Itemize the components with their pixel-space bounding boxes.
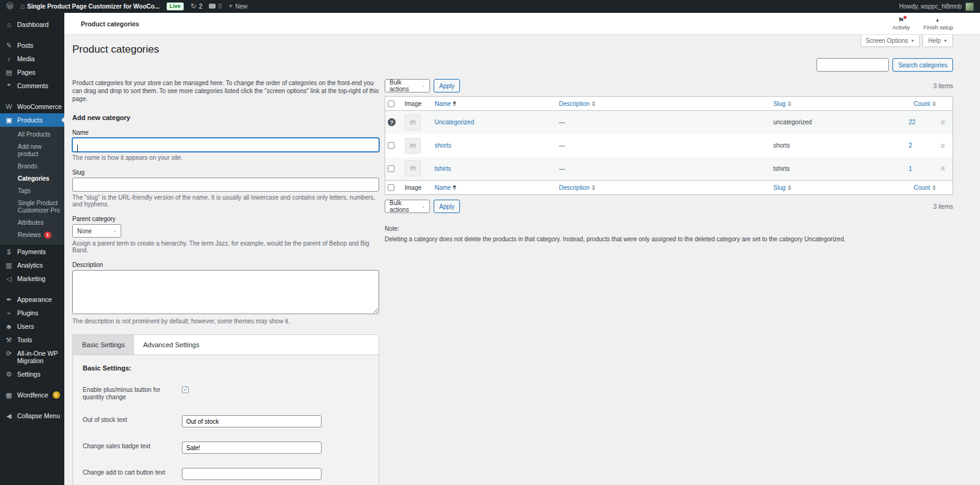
drag-handle-icon[interactable]: ≡ [941, 164, 945, 173]
sidebar-item-all-products[interactable]: All Products [0, 129, 64, 141]
account-menu[interactable]: Howdy, wsppc_hl8mnb [899, 3, 962, 10]
sidebar-item-label: Payments [17, 248, 46, 255]
tab-basic-settings[interactable]: Basic Settings [73, 335, 134, 355]
settings-icon: ⚙ [5, 370, 13, 378]
home-icon: ⌂ [20, 2, 24, 10]
sidebar-item-reviews[interactable]: Reviews 1 [0, 229, 64, 241]
category-name-link[interactable]: shorts [435, 142, 451, 149]
search-categories-button[interactable]: Search categories [892, 58, 953, 72]
updates-menu[interactable]: ↻ 2 [190, 2, 203, 10]
sidebar-item-add-new-product[interactable]: Add new product [0, 141, 64, 160]
column-header-count[interactable]: Count [914, 100, 936, 107]
column-header-description[interactable]: Description [559, 100, 595, 107]
add-to-cart-setting-label: Change add to cart button text [83, 468, 172, 476]
column-header-name[interactable]: Name [435, 184, 457, 191]
bulk-actions-select[interactable]: Bulk actions ⌄ [385, 79, 430, 92]
column-header-image: Image [402, 97, 432, 111]
sidebar-item-dashboard[interactable]: ⌂ Dashboard [0, 18, 64, 31]
sidebar-item-attributes[interactable]: Attributes [0, 217, 64, 229]
bulk-actions-select[interactable]: Bulk actions ⌄ [385, 200, 430, 213]
sidebar-item-tags[interactable]: Tags [0, 185, 64, 197]
category-slug-field[interactable] [72, 178, 379, 192]
finish-setup-button[interactable]: ◐ Finish setup [923, 17, 953, 31]
category-name-field[interactable] [72, 138, 379, 152]
sort-icon [932, 101, 936, 107]
category-name-link[interactable]: tshirts [435, 165, 451, 172]
count-link[interactable]: 2 [909, 142, 913, 149]
description-value: — [559, 165, 565, 172]
sidebar-item-brands[interactable]: Brands [0, 160, 64, 173]
name-label: Name [72, 129, 379, 136]
category-name-link[interactable]: Uncategorized [435, 119, 474, 126]
comments-count: 0 [218, 3, 222, 10]
sidebar-item-payments[interactable]: $ Payments [0, 245, 64, 258]
woocommerce-header-bar: Product categories ⚑ Activity ◐ Finish s… [64, 13, 980, 35]
customizer-settings-box: Basic Settings Advanced Settings Basic S… [72, 334, 379, 485]
sidebar-item-categories[interactable]: Categories [0, 173, 64, 185]
sidebar-item-tools[interactable]: ⚒ Tools [0, 333, 64, 347]
apply-button[interactable]: Apply [434, 200, 460, 213]
help-button[interactable]: Help ▼ [922, 35, 953, 47]
sidebar-item-collapse-menu[interactable]: ◀ Collapse Menu [0, 409, 64, 423]
column-header-slug[interactable]: Slug [774, 184, 791, 191]
sidebar-item-wordfence[interactable]: ▦ Wordfence 1 [0, 388, 64, 402]
sidebar-item-settings[interactable]: ⚙ Settings [0, 367, 64, 381]
site-menu[interactable]: ⌂ Single Product Page Customizer for Woo… [20, 2, 160, 10]
new-menu[interactable]: + New [228, 2, 247, 10]
sidebar-item-pages[interactable]: ▤ Pages [0, 66, 64, 79]
sidebar-item-label: Marketing [17, 275, 45, 282]
row-checkbox[interactable] [388, 142, 394, 149]
apply-button[interactable]: Apply [434, 79, 460, 92]
drag-handle-icon[interactable]: ≡ [941, 118, 945, 127]
sidebar-item-users[interactable]: ☻ Users [0, 320, 64, 333]
sidebar-item-products[interactable]: ▣ Products [0, 113, 64, 127]
search-input[interactable] [816, 58, 889, 72]
plus-minus-checkbox[interactable] [182, 386, 189, 393]
slug-value: tshirts [774, 165, 790, 172]
tab-advanced-settings[interactable]: Advanced Settings [134, 335, 209, 355]
chevron-down-icon: ⌄ [113, 228, 116, 233]
sidebar-item-analytics[interactable]: ▥ Analytics [0, 258, 64, 272]
sidebar-item-comments[interactable]: ❝ Comments [0, 79, 64, 92]
sales-badge-text-field[interactable] [182, 442, 322, 454]
row-checkbox[interactable] [388, 165, 394, 172]
activity-button[interactable]: ⚑ Activity [892, 17, 910, 31]
sidebar-item-appearance[interactable]: ✒ Appearance [0, 293, 64, 306]
add-to-cart-text-field[interactable] [182, 468, 322, 480]
drag-handle-icon[interactable]: ≡ [941, 141, 945, 150]
sidebar-item-posts[interactable]: ✎ Posts [0, 39, 64, 52]
default-category-help-icon[interactable]: ? [388, 118, 396, 126]
update-icon: ↻ [190, 2, 197, 10]
sidebar-item-single-product-customizer-pro[interactable]: Single Product Customizer Pro [0, 197, 64, 217]
admin-bar: Ⓦ ⌂ Single Product Page Customizer for W… [0, 0, 980, 13]
category-description-field[interactable] [72, 270, 379, 314]
select-all-checkbox[interactable] [388, 100, 394, 107]
sidebar-item-plugins[interactable]: ⌁ Plugins [0, 306, 64, 320]
select-all-checkbox[interactable] [388, 184, 394, 191]
sidebar-item-media[interactable]: ♪ Media [0, 52, 64, 66]
parent-category-select[interactable]: None ⌄ [72, 224, 121, 238]
image-placeholder-icon [405, 160, 421, 176]
wordpress-logo-icon[interactable]: Ⓦ [6, 2, 13, 10]
column-header-slug[interactable]: Slug [774, 100, 791, 107]
sidebar-item-woocommerce[interactable]: W WooCommerce [0, 100, 64, 113]
add-new-category-heading: Add new category [72, 114, 379, 121]
column-header-count[interactable]: Count [914, 184, 936, 191]
out-of-stock-text-field[interactable] [182, 415, 322, 427]
column-header-image: Image [402, 181, 432, 195]
submenu-item-label: Brands [18, 163, 37, 170]
description-value: — [559, 142, 565, 149]
sidebar-item-all-in-one-wp-migration[interactable]: ⟳ All-in-One WP Migration [0, 347, 64, 367]
sidebar-item-label: Products [17, 116, 42, 124]
intro-text: Product categories for your store can be… [72, 79, 379, 103]
screen-options-button[interactable]: Screen Options ▼ [861, 35, 921, 47]
avatar[interactable] [965, 2, 974, 11]
comments-menu[interactable]: 0 [209, 3, 222, 10]
count-link[interactable]: 1 [909, 165, 913, 172]
count-link[interactable]: 22 [909, 119, 916, 126]
column-header-description[interactable]: Description [559, 184, 595, 191]
table-row: ? Uncategorized — uncategorized 22 ≡ [385, 111, 953, 134]
column-header-name[interactable]: Name [435, 100, 457, 107]
sidebar-item-marketing[interactable]: ◁ Marketing [0, 272, 64, 285]
all-in-one-wp-migration-icon: ⟳ [5, 350, 13, 357]
